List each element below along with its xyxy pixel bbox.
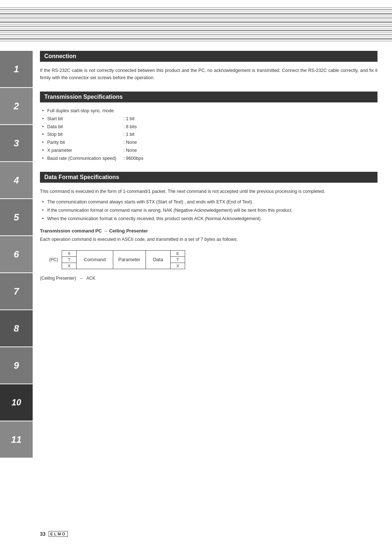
chapter-number-7: 7: [14, 286, 19, 297]
ceiling-ack-row: (Ceiling Presenter) → ACK: [40, 276, 377, 281]
stx-bot: X: [62, 263, 77, 269]
chapter-number-10: 10: [12, 397, 21, 408]
spec-startbit: Start bit : 1 bit: [47, 116, 377, 122]
chapter-number-1: 1: [14, 64, 19, 75]
data-format-bullets: The communication command always starts …: [40, 199, 377, 222]
cmd-table-row: (PC) S Command Parameter Data E T: [40, 250, 377, 269]
chapter-number-6: 6: [14, 249, 19, 260]
trans-cmd-body: Each operation command is executed in AS…: [40, 236, 377, 243]
bullet-ack: When the communication format is correct…: [47, 215, 377, 222]
cmd-table: S Command Parameter Data E T T: [62, 250, 185, 269]
section-data-format-heading: Data Format Specifications: [40, 172, 377, 183]
chapter-number-2: 2: [14, 101, 19, 112]
spec-xparam: X parameter : None: [47, 147, 377, 154]
chapter-sidebar: 1 2 3 4 5 6 7 8 9 10 11: [0, 51, 33, 511]
bullet-nak: If the communication format or command n…: [47, 207, 377, 214]
data-format-body: This command is executed in the form of …: [40, 188, 377, 195]
sidebar-item-1: 1: [0, 51, 33, 87]
main-content: Connection If the RS-232C cable is not c…: [40, 51, 377, 335]
sidebar-item-9: 9: [0, 347, 33, 384]
section-connection-heading: Connection: [40, 51, 377, 62]
etx-bot: X: [171, 263, 185, 269]
chapter-number-9: 9: [14, 360, 19, 371]
data-cell: Data: [146, 250, 170, 269]
section-connection-body: If the RS-232C cable is not correctly co…: [40, 67, 377, 81]
parameter-cell: Parameter: [113, 250, 146, 269]
section-transmission-specs: Transmission Specifications Full duplex …: [40, 92, 377, 162]
ceiling-label: (Ceiling Presenter): [40, 276, 76, 281]
chapter-number-11: 11: [11, 434, 22, 445]
sidebar-item-11: 11: [0, 421, 33, 458]
sidebar-item-6: 6: [0, 236, 33, 272]
page-number: 33: [40, 531, 46, 537]
chapter-number-4: 4: [14, 175, 19, 186]
spec-databit: Data bit : 8 bits: [47, 123, 377, 130]
etx-top: E: [171, 250, 185, 256]
command-cell: Command: [77, 250, 113, 269]
chapter-number-5: 5: [14, 212, 19, 223]
sidebar-item-7: 7: [0, 273, 33, 309]
decorative-stripes: [0, 7, 392, 44]
section-transmission-heading: Transmission Specifications: [40, 92, 377, 102]
chapter-number-8: 8: [14, 323, 19, 334]
spec-paritybit: Parity bit : None: [47, 139, 377, 146]
sidebar-item-10: 10: [0, 384, 33, 421]
bullet-stx-etx: The communication command always starts …: [47, 199, 377, 206]
arrow-icon: →: [79, 276, 83, 281]
sidebar-item-4: 4: [0, 162, 33, 198]
cmd-format-wrapper: (PC) S Command Parameter Data E T: [40, 247, 377, 281]
section-data-format: Data Format Specifications This command …: [40, 172, 377, 280]
stx-mid: T: [62, 256, 77, 263]
etx-mid: T: [171, 256, 185, 263]
spec-stopbit: Stop bit : 1 bit: [47, 131, 377, 138]
elmo-logo: ELMO: [49, 531, 68, 537]
trans-cmd-heading: Transmission command PC → Ceiling Presen…: [40, 228, 377, 234]
pc-label: (PC): [40, 257, 58, 262]
spec-baudrate: Baud rate (Communication speed) : 9600bp…: [47, 155, 377, 162]
sidebar-item-8: 8: [0, 310, 33, 347]
sidebar-item-3: 3: [0, 125, 33, 161]
table-row-top: S Command Parameter Data E: [62, 250, 185, 256]
spec-fullduplex: Full duplex start-stop sync. mode: [47, 108, 377, 114]
sidebar-item-5: 5: [0, 199, 33, 235]
sidebar-item-2: 2: [0, 88, 33, 124]
transmission-specs-list: Full duplex start-stop sync. mode Start …: [40, 108, 377, 162]
chapter-number-3: 3: [14, 138, 19, 149]
stx-top: S: [62, 250, 77, 256]
ack-label: ACK: [86, 276, 95, 281]
section-connection: Connection If the RS-232C cable is not c…: [40, 51, 377, 81]
page-footer: 33 ELMO: [40, 531, 68, 537]
trans-cmd-section: Transmission command PC → Ceiling Presen…: [40, 228, 377, 281]
